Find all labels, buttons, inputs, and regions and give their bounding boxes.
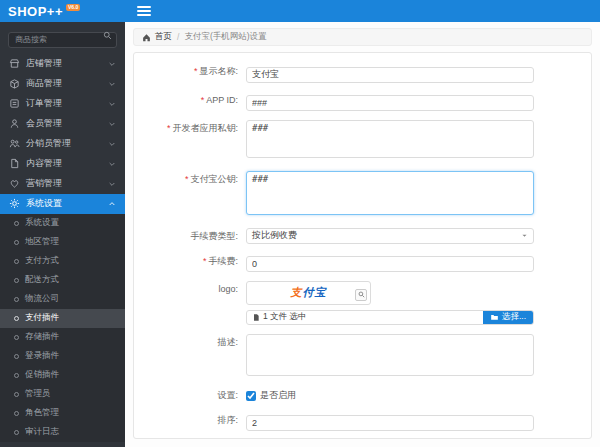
field-label: *显示名称: bbox=[134, 63, 246, 79]
sidebar-item-system-settings[interactable]: 系统设置 bbox=[0, 194, 125, 214]
sidebar-subitem-storage-plugins[interactable]: 存储插件 bbox=[0, 328, 125, 347]
sidebar-subitem-roles[interactable]: 角色管理 bbox=[0, 404, 125, 423]
form-row-fee: *手续费: bbox=[134, 253, 591, 272]
sidebar-item-marketing[interactable]: 营销管理 bbox=[0, 174, 125, 194]
chevron-down-icon bbox=[108, 180, 116, 188]
caret-down-icon bbox=[521, 232, 528, 239]
sidebar-item-members[interactable]: 会员管理 bbox=[0, 114, 125, 134]
required-marker: * bbox=[203, 256, 207, 266]
private-key-textarea[interactable]: ### bbox=[246, 120, 534, 158]
circle-icon bbox=[14, 221, 19, 226]
form-row-description: 描述: bbox=[134, 334, 591, 380]
hamburger-menu-icon[interactable] bbox=[137, 4, 151, 18]
circle-icon bbox=[14, 335, 19, 340]
fee-type-select[interactable]: 按比例收费 bbox=[246, 228, 534, 244]
enable-checkbox[interactable] bbox=[246, 391, 256, 401]
logo-file-input: 1 文件 选中 选择... bbox=[246, 310, 534, 325]
subitem-label: 角色管理 bbox=[25, 407, 59, 419]
sidebar-item-label: 订单管理 bbox=[26, 97, 108, 110]
chevron-down-icon bbox=[108, 100, 116, 108]
form-row-public-key: *支付宝公钥: ### bbox=[134, 171, 591, 219]
home-icon bbox=[142, 33, 151, 42]
member-icon bbox=[9, 118, 20, 129]
content-icon bbox=[9, 158, 20, 169]
search-icon bbox=[103, 31, 112, 40]
distributor-icon bbox=[9, 138, 20, 149]
sidebar-item-goods[interactable]: 商品管理 bbox=[0, 74, 125, 94]
sidebar-subitem-shipping-methods[interactable]: 配送方式 bbox=[0, 271, 125, 290]
sidebar-item-store[interactable]: 店铺管理 bbox=[0, 54, 125, 74]
breadcrumb-separator: / bbox=[177, 32, 179, 42]
chevron-down-icon bbox=[108, 80, 116, 88]
choose-file-button[interactable]: 选择... bbox=[483, 311, 533, 324]
sidebar-subitem-login-plugins[interactable]: 登录插件 bbox=[0, 347, 125, 366]
breadcrumb-current: 支付宝(手机网站)设置 bbox=[184, 31, 266, 43]
chevron-up-icon bbox=[108, 200, 116, 208]
subitem-label: 促销插件 bbox=[25, 369, 59, 381]
app-id-input[interactable] bbox=[246, 95, 534, 111]
sidebar-item-label: 营销管理 bbox=[26, 177, 108, 190]
subitem-label: 地区管理 bbox=[25, 236, 59, 248]
circle-icon bbox=[14, 430, 19, 435]
sidebar-subitem-payment-methods[interactable]: 支付方式 bbox=[0, 252, 125, 271]
form-row-order: 排序: bbox=[134, 412, 591, 431]
magnifier-icon[interactable] bbox=[355, 289, 367, 301]
admin-screen: SHOP++ V6.0 店铺管理 商品管理 订单管理 bbox=[0, 0, 600, 447]
sidebar-subitem-logistics[interactable]: 物流公司 bbox=[0, 290, 125, 309]
sidebar-item-label: 店铺管理 bbox=[26, 57, 108, 70]
field-label: *开发者应用私钥: bbox=[134, 120, 246, 136]
description-textarea[interactable] bbox=[246, 334, 534, 376]
chevron-down-icon bbox=[108, 120, 116, 128]
breadcrumb-home[interactable]: 首页 bbox=[155, 31, 172, 43]
required-marker: * bbox=[194, 66, 198, 76]
sidebar-subitem-system-settings[interactable]: 系统设置 bbox=[0, 214, 125, 233]
subitem-label: 支付插件 bbox=[25, 312, 59, 324]
fee-type-value: 按比例收费 bbox=[252, 229, 297, 242]
subitem-label: 登录插件 bbox=[25, 350, 59, 362]
form-row-settings: 设置: 是否启用 bbox=[134, 389, 591, 403]
main-content: 首页 / 支付宝(手机网站)设置 *显示名称: *APP ID: *开发者应用私… bbox=[125, 22, 600, 447]
sidebar-subitem-audit-logs[interactable]: 审计日志 bbox=[0, 423, 125, 442]
logo-bar[interactable]: SHOP++ V6.0 bbox=[0, 0, 125, 22]
form-row-logo: logo: 支付宝 1 文件 选中 选择... bbox=[134, 281, 591, 325]
sidebar-subitem-payment-plugins[interactable]: 支付插件 bbox=[0, 309, 125, 328]
sidebar-subitem-promotion-plugins[interactable]: 促销插件 bbox=[0, 366, 125, 385]
enable-checkbox-label: 是否启用 bbox=[260, 389, 296, 402]
circle-icon bbox=[14, 297, 19, 302]
fee-input[interactable] bbox=[246, 256, 534, 272]
orders-icon bbox=[9, 98, 20, 109]
subitem-label: 存储插件 bbox=[25, 331, 59, 343]
sidebar-item-distributors[interactable]: 分销员管理 bbox=[0, 134, 125, 154]
subitem-label: 物流公司 bbox=[25, 293, 59, 305]
form-row-app-id: *APP ID: bbox=[134, 92, 591, 111]
field-label: 排序: bbox=[134, 412, 246, 428]
sidebar-subitem-admins[interactable]: 管理员 bbox=[0, 385, 125, 404]
display-name-input[interactable] bbox=[246, 67, 534, 83]
field-label: 描述: bbox=[134, 334, 246, 350]
circle-icon bbox=[14, 392, 19, 397]
field-label: 设置: bbox=[134, 389, 246, 401]
breadcrumb: 首页 / 支付宝(手机网站)设置 bbox=[133, 28, 592, 46]
circle-icon bbox=[14, 411, 19, 416]
sidebar-item-label: 内容管理 bbox=[26, 157, 108, 170]
field-label: *支付宝公钥: bbox=[134, 171, 246, 187]
sidebar-item-content[interactable]: 内容管理 bbox=[0, 154, 125, 174]
chevron-down-icon bbox=[108, 140, 116, 148]
subitem-label: 管理员 bbox=[25, 388, 51, 400]
sidebar: SHOP++ V6.0 店铺管理 商品管理 订单管理 bbox=[0, 0, 125, 447]
required-marker: * bbox=[201, 95, 205, 105]
search-input[interactable] bbox=[8, 32, 117, 48]
sidebar-item-label: 商品管理 bbox=[26, 77, 108, 90]
brand-logo: SHOP++ bbox=[8, 4, 63, 19]
circle-icon bbox=[14, 373, 19, 378]
goods-icon bbox=[9, 78, 20, 89]
form-row-private-key: *开发者应用私钥: ### bbox=[134, 120, 591, 162]
order-input[interactable] bbox=[246, 415, 534, 431]
chevron-down-icon bbox=[108, 60, 116, 68]
sidebar-item-orders[interactable]: 订单管理 bbox=[0, 94, 125, 114]
logo-preview: 支付宝 bbox=[246, 281, 371, 305]
public-key-textarea[interactable]: ### bbox=[246, 171, 534, 215]
sidebar-subitem-regions[interactable]: 地区管理 bbox=[0, 233, 125, 252]
file-status: 1 文件 选中 bbox=[247, 311, 483, 324]
sidebar-search bbox=[0, 22, 125, 54]
